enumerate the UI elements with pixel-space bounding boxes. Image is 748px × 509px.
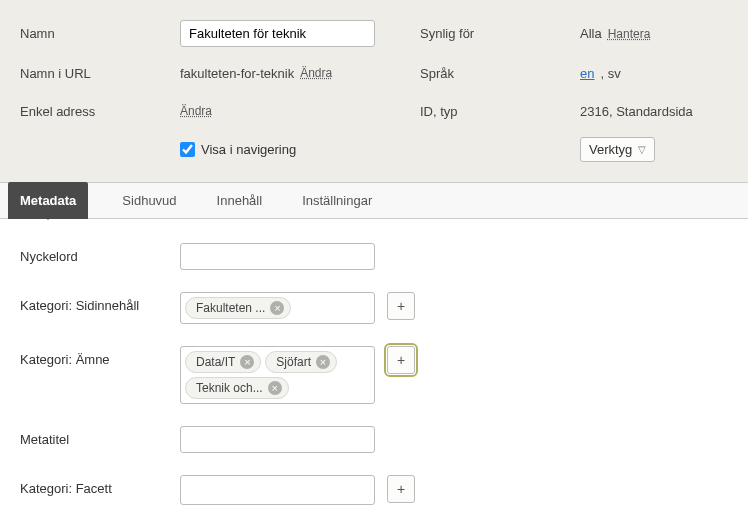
keyword-label: Nyckelord <box>20 243 180 264</box>
show-in-nav-label: Visa i navigering <box>201 142 296 157</box>
remove-tag-icon[interactable]: × <box>316 355 330 369</box>
language-rest: , sv <box>600 66 620 81</box>
category-subject-tagbox[interactable]: Data/IT × Sjöfart × Teknik och... × <box>180 346 375 404</box>
remove-tag-icon[interactable]: × <box>268 381 282 395</box>
metatitle-input[interactable] <box>180 426 375 453</box>
manage-visibility-link[interactable]: Hantera <box>608 27 651 41</box>
category-facet-tagbox[interactable] <box>180 475 375 505</box>
category-facet-label: Kategori: Facett <box>20 475 180 496</box>
category-page-tagbox[interactable]: Fakulteten ... × <box>180 292 375 324</box>
show-in-nav-checkbox[interactable] <box>180 142 195 157</box>
keyword-input[interactable] <box>180 243 375 270</box>
visible-for-value: Alla <box>580 26 602 41</box>
simple-address-change-link[interactable]: Ändra <box>180 104 212 118</box>
tab-innehall[interactable]: Innehåll <box>211 183 269 218</box>
tag-label: Teknik och... <box>196 381 263 395</box>
id-type-label: ID, typ <box>420 104 580 119</box>
url-name-value: fakulteten-for-teknik <box>180 66 294 81</box>
show-in-nav-wrap[interactable]: Visa i navigering <box>180 142 296 157</box>
tools-label: Verktyg <box>589 142 632 157</box>
add-category-page-button[interactable]: + <box>387 292 415 320</box>
tab-metadata[interactable]: Metadata <box>8 182 88 219</box>
tag-item: Sjöfart × <box>265 351 337 373</box>
simple-address-label: Enkel adress <box>20 104 180 119</box>
id-type-value: 2316, Standardsida <box>580 104 693 119</box>
tag-label: Data/IT <box>196 355 235 369</box>
remove-tag-icon[interactable]: × <box>240 355 254 369</box>
chevron-down-icon: ▽ <box>638 144 646 155</box>
metatitle-label: Metatitel <box>20 426 180 447</box>
visible-for-label: Synlig för <box>420 26 580 41</box>
tab-sidhuvud[interactable]: Sidhuvud <box>116 183 182 218</box>
tab-installningar[interactable]: Inställningar <box>296 183 378 218</box>
name-input[interactable] <box>180 20 375 47</box>
name-label: Namn <box>20 26 180 41</box>
tag-item: Teknik och... × <box>185 377 289 399</box>
page-properties-panel: Namn Synlig för Alla Hantera Namn i URL … <box>0 0 748 182</box>
remove-tag-icon[interactable]: × <box>270 301 284 315</box>
url-name-label: Namn i URL <box>20 66 180 81</box>
category-subject-label: Kategori: Ämne <box>20 346 180 367</box>
tab-bar: Metadata Sidhuvud Innehåll Inställningar <box>0 182 748 219</box>
add-category-facet-button[interactable]: + <box>387 475 415 503</box>
metadata-panel: Nyckelord Kategori: Sidinnehåll Fakultet… <box>0 219 748 509</box>
url-change-link[interactable]: Ändra <box>300 66 332 80</box>
tag-item: Fakulteten ... × <box>185 297 291 319</box>
tag-label: Fakulteten ... <box>196 301 265 315</box>
tag-item: Data/IT × <box>185 351 261 373</box>
tools-dropdown[interactable]: Verktyg ▽ <box>580 137 655 162</box>
language-primary-link[interactable]: en <box>580 66 594 81</box>
category-page-label: Kategori: Sidinnehåll <box>20 292 180 313</box>
language-label: Språk <box>420 66 580 81</box>
tag-label: Sjöfart <box>276 355 311 369</box>
add-category-subject-button[interactable]: + <box>387 346 415 374</box>
